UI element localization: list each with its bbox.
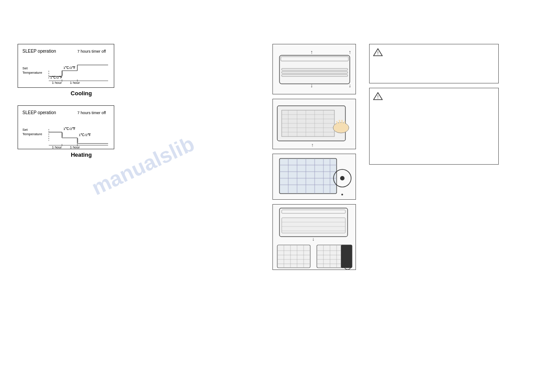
- svg-rect-64: [279, 158, 337, 194]
- svg-text:1 hour: 1 hour: [52, 81, 62, 85]
- svg-text:Set: Set: [22, 66, 28, 70]
- image-box-3: ●: [272, 154, 356, 200]
- ac-unit-svg: ↑ ↑ ↓ ↓: [273, 44, 356, 94]
- svg-rect-37: [279, 55, 350, 84]
- svg-text:1℃/2℉: 1℃/2℉: [79, 133, 91, 137]
- cooling-svg: SLEEP operation 7 hours timer off Set Te…: [20, 47, 117, 90]
- svg-text:↓: ↓: [348, 83, 351, 89]
- page-content: manualslib SLEEP operation 7 hours timer…: [0, 0, 555, 392]
- svg-text:1 hour: 1 hour: [52, 145, 62, 149]
- svg-text:1: 1: [347, 265, 349, 269]
- svg-point-58: [333, 122, 349, 133]
- remove-filter-svg: ↑: [273, 99, 356, 149]
- svg-text:1 hour: 1 hour: [70, 81, 80, 85]
- image-box-2: ↑: [272, 99, 356, 149]
- cooling-caption: Cooling: [18, 90, 145, 97]
- warning-triangle-icon-2: !: [373, 92, 383, 101]
- svg-text:!: !: [377, 94, 378, 100]
- svg-text:1℃/2℉: 1℃/2℉: [63, 66, 76, 70]
- svg-text:7 hours timer off: 7 hours timer off: [77, 111, 106, 115]
- svg-text:SLEEP  operation: SLEEP operation: [22, 110, 56, 115]
- svg-text:↑: ↑: [348, 49, 351, 55]
- svg-text:7 hours timer off: 7 hours timer off: [77, 49, 106, 54]
- heating-diagram-box: SLEEP operation 7 hours timer off Set Te…: [18, 105, 114, 149]
- reinstall-svg: ↓: [273, 205, 356, 270]
- svg-text:↑: ↑: [311, 142, 314, 147]
- svg-point-76: [340, 176, 345, 180]
- svg-text:↓: ↓: [310, 83, 313, 89]
- svg-text:↓: ↓: [312, 236, 315, 241]
- svg-text:SLEEP  operation: SLEEP operation: [22, 49, 56, 54]
- warnings-column: ! !: [369, 44, 536, 168]
- warning-triangle-icon-1: !: [373, 48, 383, 57]
- svg-text:!: !: [377, 50, 378, 56]
- warning-box-1: !: [369, 44, 499, 83]
- svg-text:Temperature: Temperature: [22, 71, 42, 75]
- cooling-diagram-box: SLEEP operation 7 hours timer off Set Te…: [18, 44, 114, 88]
- svg-line-60: [339, 120, 340, 125]
- warning-header-1: !: [373, 48, 495, 57]
- svg-text:Set: Set: [22, 128, 28, 132]
- left-section: SLEEP operation 7 hours timer off Set Te…: [18, 44, 145, 167]
- warning-header-2: !: [373, 92, 495, 101]
- svg-text:1 hour: 1 hour: [70, 145, 80, 149]
- heating-svg: SLEEP operation 7 hours timer off Set Te…: [20, 108, 117, 152]
- image-box-1: ↑ ↑ ↓ ↓: [272, 44, 356, 94]
- heating-caption: Heating: [18, 151, 145, 158]
- svg-text:1℃/2℉: 1℃/2℉: [63, 127, 76, 131]
- svg-rect-85: [277, 245, 310, 268]
- svg-text:●: ●: [341, 192, 343, 197]
- svg-text:1℃/2℉: 1℃/2℉: [50, 76, 62, 79]
- svg-line-61: [342, 120, 342, 125]
- heating-diagram-container: SLEEP operation 7 hours timer off Set Te…: [18, 105, 145, 158]
- svg-text:↑: ↑: [310, 49, 313, 55]
- svg-text:Temperature: Temperature: [22, 132, 42, 136]
- image-box-4: ↓: [272, 204, 356, 270]
- images-column: ↑ ↑ ↓ ↓: [272, 44, 360, 274]
- cooling-diagram-container: SLEEP operation 7 hours timer off Set Te…: [18, 44, 145, 97]
- clean-filter-svg: ●: [273, 154, 356, 200]
- warning-box-2: !: [369, 88, 499, 165]
